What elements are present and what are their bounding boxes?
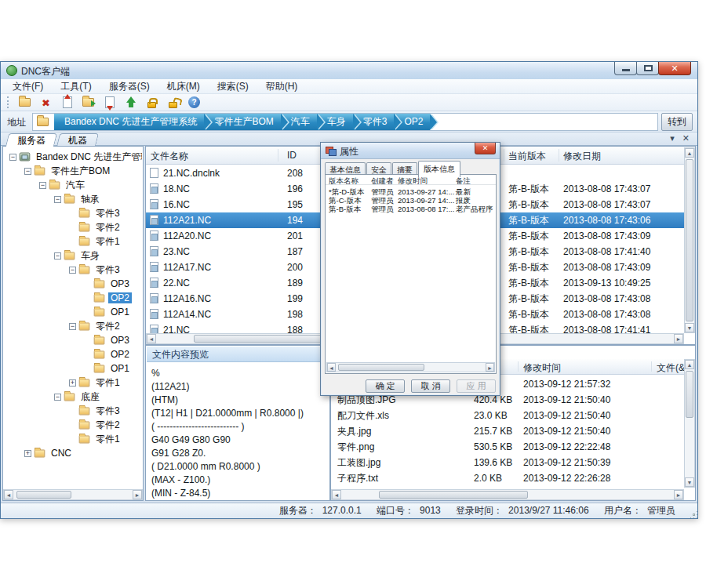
tree-item[interactable]: 零件2 [5,220,142,234]
panel-close-icon[interactable]: ✕ [682,133,690,143]
scroll-right-icon[interactable]: ► [133,490,142,499]
tree-item[interactable]: −Bandex DNC 先进生产管理系统 [5,150,142,164]
scroll-right-icon[interactable]: ► [486,363,494,372]
toolbar-grip[interactable] [7,96,9,108]
column-header[interactable]: 修改日期 [563,150,601,163]
minimize-button[interactable] [614,62,637,75]
tree-item[interactable]: −零件2 [5,319,142,333]
scroll-left-icon[interactable]: ◄ [327,363,336,372]
tree-item[interactable]: OP1 [5,305,142,319]
scroll-left-icon[interactable]: ◄ [4,490,13,499]
toolbar-upload-arrow-button[interactable] [122,95,139,110]
dialog-hscrollbar[interactable]: ◄ ► [326,362,495,372]
go-button[interactable]: 转到 [661,113,693,131]
tree-item[interactable]: −轴承 [5,192,142,206]
column-header[interactable]: 修改时间 [523,361,561,375]
scroll-thumb[interactable] [16,491,71,499]
tree-expander[interactable]: + [24,450,31,457]
column-header[interactable]: 版本名称 [329,176,358,187]
tree-item[interactable]: 零件3 [5,404,142,418]
scroll-thumb[interactable] [379,491,528,499]
tab-服务器[interactable]: 服务器 [5,133,57,147]
dialog-close-button[interactable]: ✕ [475,143,496,154]
toolbar-checkin-file-button[interactable] [59,95,75,110]
tree-expander[interactable]: + [69,379,76,387]
toolbar-unlock-button[interactable] [165,95,181,110]
column-header[interactable]: 创建者 [371,176,394,187]
toolbar-delete-button[interactable] [38,95,54,110]
tree-item[interactable]: −汽车 [5,178,142,192]
tree-expander[interactable]: − [69,323,76,330]
tree-item[interactable]: +CNC [5,446,142,460]
file-list-vscrollbar[interactable]: ▲ ▼ [684,147,695,333]
column-header[interactable]: ID [287,150,297,161]
breadcrumb-segment[interactable]: 零件生产BOM [204,114,280,130]
column-header[interactable]: 当前版本 [508,150,546,163]
table-row[interactable]: 夹具.jpg215.7 KB2013-09-12 21:50:40 [331,423,684,439]
scroll-thumb[interactable] [686,371,693,418]
tree-item[interactable]: −零件3 [5,263,142,277]
tree-item[interactable]: −底座 [5,390,142,404]
toolbar-checkout-file-button[interactable] [101,95,118,110]
tree-expander[interactable]: − [9,154,16,161]
scroll-down-icon[interactable]: ▼ [685,477,694,487]
title-bar[interactable]: DNC客户端 ✕ [1,62,697,79]
tree-item[interactable]: OP2 [5,347,142,361]
scroll-right-icon[interactable]: ► [674,334,683,343]
menu-item[interactable]: 帮助(H) [257,79,307,93]
header-separator[interactable] [651,361,652,372]
menu-item[interactable]: 文件(F) [4,79,52,93]
dialog-title-bar[interactable]: 属性 ✕ [321,143,500,159]
scroll-thumb[interactable] [338,364,424,371]
scroll-up-icon[interactable]: ▲ [685,360,694,369]
table-row[interactable]: 零件.png530.5 KB2013-09-12 22:22:48 [331,439,684,455]
tree-item[interactable]: −车身 [5,249,142,263]
attachments-vscrollbar[interactable]: ▲ ▼ [684,359,695,488]
tab-机器[interactable]: 机器 [56,133,99,147]
scroll-down-icon[interactable]: ▼ [685,323,694,332]
toolbar-export-folder-button[interactable] [80,95,96,110]
tree-item[interactable]: −零件生产BOM [5,164,142,178]
cancel-button[interactable]: 取 消 [411,379,450,393]
tree-item[interactable]: 零件1 [5,432,142,446]
tree-hscrollbar[interactable]: ◄ ► [3,489,143,500]
header-separator[interactable] [278,149,278,162]
menu-item[interactable]: 机床(M) [158,79,209,93]
tree-expander[interactable]: − [54,252,61,260]
toolbar-folder-button[interactable] [16,95,33,110]
tree-item[interactable]: OP3 [5,333,142,347]
tree-item[interactable]: 零件3 [5,206,142,220]
tree-item[interactable]: OP3 [5,277,142,291]
scroll-right-icon[interactable]: ► [674,490,683,499]
scroll-left-icon[interactable]: ◄ [332,490,341,499]
close-button[interactable]: ✕ [658,62,691,75]
header-separator[interactable] [559,149,559,162]
column-header[interactable]: 文件名称 [151,150,188,163]
version-row[interactable]: 第-B-版本管理员2013-08-08 17:...老产品程序 [326,205,496,213]
attachments-hscrollbar[interactable]: ◄ ► [331,489,684,500]
menu-item[interactable]: 工具(T) [52,79,100,93]
header-separator[interactable] [504,149,504,162]
table-row[interactable]: 子程序.txt2.0 KB2013-09-12 22:26:28 [331,470,684,486]
toolbar-lock-button[interactable] [144,95,160,110]
maximize-button[interactable] [636,62,659,75]
tree-item[interactable]: OP1 [5,361,142,376]
menu-item[interactable]: 服务器(S) [100,79,158,93]
dialog-tab-版本信息[interactable]: 版本信息 [418,161,460,177]
scroll-thumb[interactable] [686,159,693,321]
column-header[interactable]: 修改时间 [398,176,428,187]
version-row[interactable]: *第-D-版本管理员2013-09-27 14:...最新 [326,187,496,196]
toolbar-help-button[interactable] [186,95,202,110]
tree-expander[interactable]: − [39,182,46,189]
tree-expander[interactable]: − [54,196,61,203]
resize-grip-icon[interactable] [693,514,694,515]
version-row[interactable]: 第-C-版本管理员2013-09-27 14:...报废 [326,196,496,205]
table-row[interactable]: 工装图.jpg139.6 KB2013-09-12 21:50:39 [331,455,684,470]
tree-expander[interactable]: − [69,267,76,274]
tree-expander[interactable]: − [54,394,61,401]
breadcrumb-segment[interactable]: Bandex DNC 先进生产管理系统 [54,114,204,130]
chevron-down-icon[interactable]: ▾ [670,133,675,143]
tree-item[interactable]: +零件1 [5,376,142,390]
column-header[interactable]: 备注 [456,176,471,187]
tree-expander[interactable]: − [24,168,31,175]
